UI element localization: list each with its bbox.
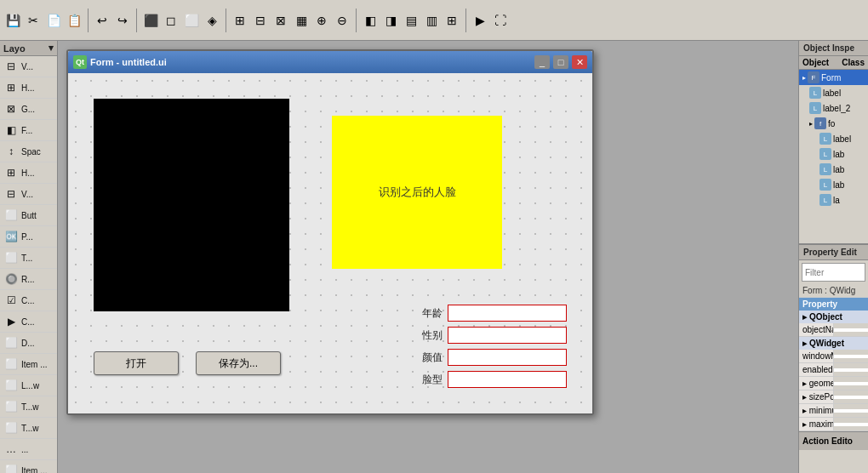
sep4: [356, 9, 357, 32]
align5-icon[interactable]: ⊞: [443, 11, 461, 30]
sidebar-item-lw[interactable]: ⬜ L...w: [0, 375, 57, 396]
sidebar-item-g[interactable]: ⊠ G...: [0, 99, 57, 120]
tree-child5-label: la: [833, 196, 840, 205]
sidebar-item-item[interactable]: ⬜ Item ...: [0, 354, 57, 375]
redo-icon[interactable]: ↪: [113, 11, 132, 30]
sidebar-p-icon: 🆗: [3, 229, 19, 244]
sidebar-item-cmd[interactable]: ▶ C...: [0, 311, 57, 333]
sidebar-item-h[interactable]: ⊞ H...: [0, 77, 57, 99]
tree-item-frame[interactable]: ▸ f fo: [799, 116, 868, 131]
face-value-input[interactable]: [448, 349, 567, 366]
age-input[interactable]: [448, 305, 567, 322]
icon6[interactable]: ⛶: [491, 11, 510, 30]
enabled-prop: enabled: [799, 363, 834, 376]
icon4[interactable]: ⬜: [182, 11, 201, 30]
save-button[interactable]: 保存为...: [196, 351, 281, 375]
tree-child3-label: lab: [833, 165, 844, 174]
sidebar-item-v2[interactable]: ⊟ V...: [0, 184, 57, 205]
qwidget-section[interactable]: ▸ QWidget: [799, 337, 868, 350]
sidebar-item1-icon: ⬜: [3, 356, 19, 372]
align1-icon[interactable]: ◧: [361, 11, 380, 30]
open-button[interactable]: 打开: [94, 351, 179, 375]
sidebar-lw-icon: ⬜: [3, 378, 19, 393]
sizepolicy-val[interactable]: [834, 396, 869, 399]
tree-item-label[interactable]: L label: [799, 85, 868, 100]
tree-child2-label: lab: [833, 150, 844, 159]
icon1[interactable]: 📋: [65, 11, 83, 30]
icon3[interactable]: ◻: [162, 11, 180, 30]
tree-label-icon: L: [809, 87, 821, 99]
sidebar-item-f[interactable]: ◧ F...: [0, 120, 57, 141]
sidebar-item-t[interactable]: ⬜ T...: [0, 248, 57, 269]
sidebar-r-icon: 🔘: [3, 271, 19, 287]
sidebar-g-icon: ⊠: [3, 101, 19, 117]
tree-item-child4[interactable]: L lab: [799, 177, 868, 192]
sidebar-item-c[interactable]: ☑ C...: [0, 290, 57, 311]
sidebar-item-tw2[interactable]: ⬜ T...w: [0, 418, 57, 439]
tree-item-child5[interactable]: L la: [799, 192, 868, 208]
face-preview-text: 识别之后的人脸: [379, 185, 456, 200]
windowmodality-val[interactable]: [834, 355, 869, 358]
sidebar-item-r[interactable]: 🔘 R...: [0, 269, 57, 290]
tree-item-label2[interactable]: L label_2: [799, 100, 868, 116]
sidebar-item-d[interactable]: ⬜ D...: [0, 333, 57, 354]
sidebar-v-icon: ⊟: [3, 59, 19, 74]
sidebar-c-icon: ☑: [3, 293, 19, 308]
maximum-val[interactable]: [834, 423, 869, 426]
layout5-icon[interactable]: ⊕: [312, 11, 331, 30]
form-action-buttons: 打开 保存为...: [94, 351, 281, 375]
close-button[interactable]: ✕: [572, 55, 587, 69]
sidebar-item-tw1[interactable]: ⬜ T...w: [0, 396, 57, 418]
objectname-val[interactable]: [834, 328, 869, 332]
maximum-row: ▸ maximum: [799, 418, 868, 431]
sidebar-tw2-icon: ⬜: [3, 420, 19, 436]
face-type-input[interactable]: [448, 371, 567, 388]
center-area[interactable]: Qt Form - untitled.ui _ □ ✕ 识别之后的人脸 打开 保…: [58, 41, 798, 473]
sidebar-item-item2[interactable]: ⬜ Item ...: [0, 460, 57, 473]
property-filter-input[interactable]: [802, 263, 865, 282]
sidebar-cmd-icon: ▶: [3, 314, 19, 329]
form-content[interactable]: 识别之后的人脸 打开 保存为... 年龄 性别: [68, 73, 592, 413]
maximize-button[interactable]: □: [553, 55, 568, 69]
new-icon[interactable]: 📄: [44, 11, 63, 30]
layout4-icon[interactable]: ▦: [292, 11, 311, 30]
sidebar-item-v[interactable]: ⊟ V...: [0, 56, 57, 77]
layout1-icon[interactable]: ⊞: [231, 11, 249, 30]
undo-icon[interactable]: ↩: [93, 11, 111, 30]
tree-item-child2[interactable]: L lab: [799, 146, 868, 162]
class-column-label: Class: [842, 58, 865, 67]
minimize-button[interactable]: _: [534, 55, 550, 69]
sidebar-item-h2[interactable]: ⊞ H...: [0, 162, 57, 184]
tree-item-child1[interactable]: L label: [799, 131, 868, 146]
object-tree: ▸ F Form L label L label_2 ▸ f fo: [799, 70, 868, 243]
tree-form-label: Form: [821, 73, 841, 83]
sidebar-item-p[interactable]: 🆗 P...: [0, 226, 57, 248]
align3-icon[interactable]: ▤: [402, 11, 420, 30]
layout3-icon[interactable]: ⊠: [271, 11, 290, 30]
property-editor: Property Edit Form : QWidg Property ▸ QO…: [799, 245, 868, 473]
object-inspector-title: Object Inspe: [799, 41, 868, 56]
layout2-icon[interactable]: ⊟: [251, 11, 270, 30]
sidebar-t-icon: ⬜: [3, 250, 19, 265]
widget-icon[interactable]: ⬛: [141, 11, 160, 30]
minimum-val[interactable]: [834, 409, 869, 413]
sep2: [136, 9, 137, 32]
camera-preview: [94, 99, 289, 311]
sidebar-item-butt[interactable]: ⬜ Butt: [0, 205, 57, 226]
sidebar-item-spacer[interactable]: ↕ Spac: [0, 141, 57, 162]
save-icon[interactable]: 💾: [3, 11, 22, 30]
qobject-section[interactable]: ▸ QObject: [799, 311, 868, 323]
preview-icon[interactable]: ▶: [471, 11, 489, 30]
tree-item-form[interactable]: ▸ F Form: [799, 70, 868, 85]
align4-icon[interactable]: ▥: [422, 11, 441, 30]
tree-item-child3[interactable]: L lab: [799, 162, 868, 177]
action-editor-bar[interactable]: Action Edito: [799, 431, 868, 450]
sidebar-item-more[interactable]: … ...: [0, 439, 57, 460]
geometry-val[interactable]: [834, 382, 869, 385]
align2-icon[interactable]: ◨: [381, 11, 400, 30]
icon5[interactable]: ◈: [203, 11, 221, 30]
cut-icon[interactable]: ✂: [24, 11, 43, 30]
enabled-val[interactable]: [834, 368, 869, 372]
layout6-icon[interactable]: ⊖: [333, 11, 351, 30]
gender-input[interactable]: [448, 327, 567, 344]
